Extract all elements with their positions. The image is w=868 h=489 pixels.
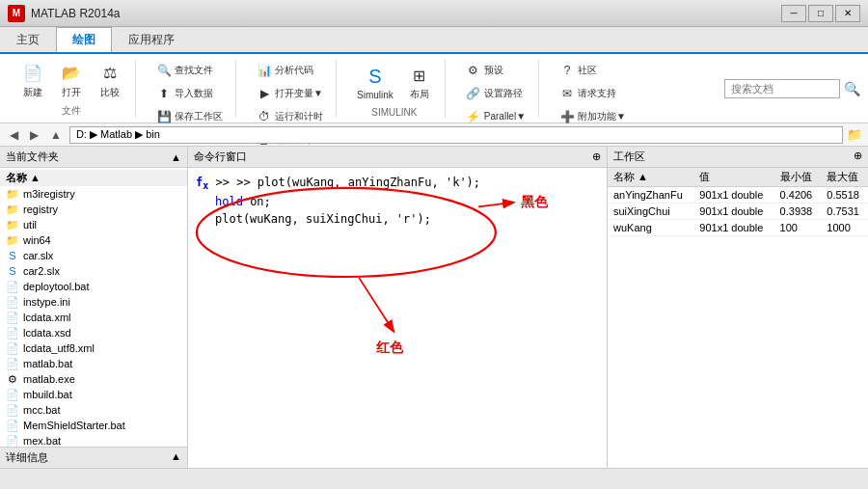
svg-text:红色: 红色	[375, 340, 404, 355]
list-item[interactable]: 📄 mex.bat	[0, 433, 187, 447]
import-button[interactable]: ⬆ 导入数据	[151, 83, 228, 104]
run-open-button[interactable]: ▶ 打开变量▼	[252, 83, 328, 104]
list-item[interactable]: 📄 MemShieldStarter.bat	[0, 418, 187, 433]
file-col-header[interactable]: 名称 ▲	[6, 171, 41, 185]
new-icon: 📄	[22, 63, 43, 84]
cmd-line-3: plot(wuKang, suiXingChui, 'r');	[215, 212, 599, 226]
parallel-button[interactable]: ⚡ Parallel▼	[461, 106, 530, 127]
col-header-name[interactable]: 名称 ▲	[608, 168, 693, 187]
status-bar	[0, 468, 868, 489]
run-section-button[interactable]: ⏱ 运行和计时	[252, 106, 328, 127]
ribbon-tabs: 主页 绘图 应用程序	[0, 27, 868, 54]
tab-plot[interactable]: 绘图	[56, 27, 112, 52]
col-header-value[interactable]: 值	[693, 168, 773, 187]
close-button[interactable]: ✕	[835, 5, 860, 22]
row-min: 0.4206	[774, 187, 822, 204]
list-item[interactable]: 📁 m3iregistry	[0, 186, 187, 202]
folder-icon: 📁	[6, 187, 19, 201]
workspace-header: 工作区 ⊕	[608, 147, 868, 168]
file-browser-header: 当前文件夹 ▲	[0, 147, 187, 168]
file-browser-expand-icon[interactable]: ▲	[171, 151, 181, 163]
workspace-expand-icon[interactable]: ⊕	[854, 149, 862, 162]
toolbar-group-env: ⚙ 预设 🔗 设置路径 ⚡ Parallel▼ 环境	[453, 60, 539, 118]
simulink-group-title: SIMULINK	[371, 107, 417, 118]
cmd-expand-icon[interactable]: ⊕	[592, 150, 601, 163]
exe-icon: ⚙	[6, 372, 19, 386]
search-docs-icon[interactable]: 🔍	[844, 81, 860, 96]
maximize-button[interactable]: □	[808, 5, 833, 22]
row-max: 0.7531	[821, 204, 868, 220]
list-item[interactable]: 📄 lcdata.xsd	[0, 325, 187, 340]
list-item[interactable]: 📄 matlab.bat	[0, 356, 187, 371]
list-item[interactable]: S car.slx	[0, 248, 187, 263]
table-row[interactable]: suiXingChui 901x1 double 0.3938 0.7531	[608, 204, 868, 220]
extra-button[interactable]: ➕ 附加功能▼	[555, 106, 631, 127]
folder-icon: 📁	[6, 203, 19, 216]
list-item[interactable]: 📁 registry	[0, 202, 187, 217]
list-item[interactable]: 📄 deploytool.bat	[0, 279, 187, 294]
layout-button[interactable]: ⊞ 布局	[402, 62, 437, 104]
new-button[interactable]: 📄 新建	[15, 60, 50, 102]
nav-up-button[interactable]: ▲	[46, 127, 66, 143]
file-icon: 📄	[6, 419, 19, 432]
cmd-line-1: fx >> >> plot(wuKang, anYingZhanFu, 'k')…	[196, 176, 599, 191]
save-icon: 💾	[156, 109, 172, 124]
path-button[interactable]: 🔗 设置路径	[461, 83, 530, 104]
list-item[interactable]: 📁 win64	[0, 232, 187, 248]
row-max: 0.5518	[821, 187, 868, 204]
prefs-icon: ⚙	[466, 63, 481, 78]
list-item[interactable]: 📄 lcdata.xml	[0, 310, 187, 325]
toolbar-group-code: 📊 分析代码 ▶ 打开变量▼ ⏱ 运行和计时 🗑 清除命令▼ 代码	[244, 60, 337, 118]
address-bar: ◀ ▶ ▲ D: ▶ Matlab ▶ bin 📁	[0, 123, 868, 147]
help-button[interactable]: ? 社区	[555, 60, 631, 81]
analyze-code-button[interactable]: 📊 分析代码	[252, 60, 328, 81]
row-value: 901x1 double	[693, 204, 773, 220]
title-bar: M MATLAB R2014a ─ □ ✕	[0, 0, 868, 27]
toolbar-group-file: 📄 新建 📂 打开 ⚖ 比较 文件	[8, 60, 136, 118]
command-window-content[interactable]: fx >> >> plot(wuKang, anYingZhanFu, 'k')…	[188, 168, 607, 468]
toolbar-group-resources: ? 社区 ✉ 请求支持 ➕ 附加功能▼ 资源	[547, 60, 638, 118]
table-row[interactable]: anYingZhanFu 901x1 double 0.4206 0.5518	[608, 187, 868, 204]
open-icon: 📂	[61, 63, 82, 84]
footer-expand-icon[interactable]: ▲	[171, 450, 181, 462]
col-header-min[interactable]: 最小值	[774, 168, 822, 187]
app-title: MATLAB R2014a	[31, 7, 121, 20]
list-item[interactable]: S car2.slx	[0, 263, 187, 279]
row-min: 100	[774, 220, 822, 236]
support-button[interactable]: ✉ 请求支持	[555, 83, 631, 104]
check-file-button[interactable]: 🔍 查找文件	[151, 60, 228, 81]
row-name: anYingZhanFu	[608, 187, 693, 204]
path-icon: 🔗	[466, 86, 481, 101]
list-item[interactable]: 📄 mbuild.bat	[0, 387, 187, 402]
save-button[interactable]: 💾 保存工作区	[151, 106, 228, 127]
list-item[interactable]: 📄 mcc.bat	[0, 402, 187, 418]
prefs-button[interactable]: ⚙ 预设	[461, 60, 530, 81]
file-icon: 📄	[6, 434, 19, 447]
list-item[interactable]: ⚙ matlab.exe	[0, 371, 187, 387]
table-row[interactable]: wuKang 901x1 double 100 1000	[608, 220, 868, 236]
file-icon: 📄	[6, 326, 19, 340]
minimize-button[interactable]: ─	[781, 5, 806, 22]
compare-button[interactable]: ⚖ 比较	[93, 60, 127, 102]
folder-browse-icon[interactable]: 📁	[847, 127, 862, 142]
search-docs-input[interactable]	[724, 79, 840, 98]
simulink-button[interactable]: S Simulink	[352, 64, 398, 103]
list-item[interactable]: 📄 instype.ini	[0, 294, 187, 310]
nav-back-button[interactable]: ◀	[6, 127, 22, 143]
parallel-icon: ⚡	[466, 109, 481, 124]
tab-home[interactable]: 主页	[0, 27, 56, 52]
open-button[interactable]: 📂 打开	[54, 60, 89, 102]
main-layout: 当前文件夹 ▲ 名称 ▲ 📁 m3iregistry 📁 registry 📁 …	[0, 147, 868, 468]
list-item[interactable]: 📄 lcdata_utf8.xml	[0, 340, 187, 356]
file-browser-panel: 当前文件夹 ▲ 名称 ▲ 📁 m3iregistry 📁 registry 📁 …	[0, 147, 188, 468]
check-file-icon: 🔍	[156, 63, 172, 78]
support-icon: ✉	[559, 86, 575, 101]
prompt-symbol: fx	[196, 176, 208, 189]
address-path[interactable]: D: ▶ Matlab ▶ bin	[69, 126, 843, 144]
tab-apps[interactable]: 应用程序	[112, 27, 191, 52]
command-window-header: 命令行窗口 ⊕	[188, 147, 607, 168]
nav-forward-button[interactable]: ▶	[26, 127, 42, 143]
list-item[interactable]: 📁 util	[0, 217, 187, 232]
col-header-max[interactable]: 最大值	[821, 168, 868, 187]
row-name: wuKang	[608, 220, 693, 236]
